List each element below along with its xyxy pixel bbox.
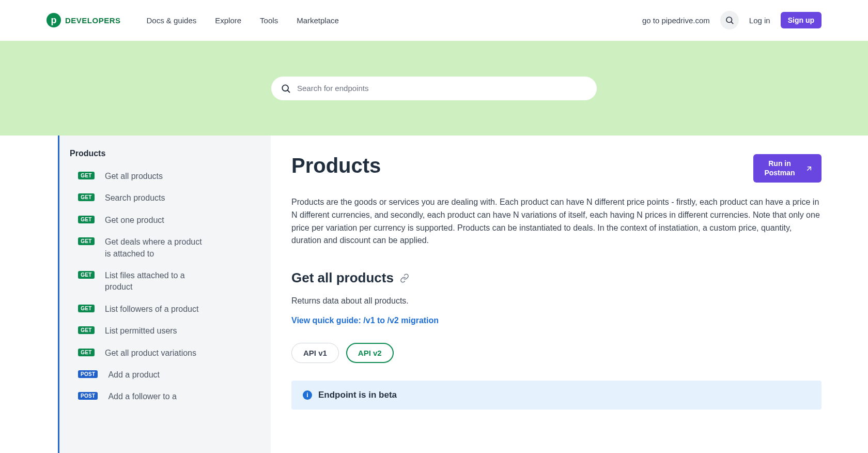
logo-text: DEVELOPERS [65, 16, 121, 25]
svg-line-4 [808, 167, 811, 170]
login-link[interactable]: Log in [749, 16, 770, 25]
method-badge: POST [78, 370, 98, 378]
section-title: Get all products [291, 270, 394, 286]
sidebar-item-label: Get all product variations [105, 348, 196, 359]
sidebar-item-label: Get all products [105, 171, 163, 182]
nav-explore[interactable]: Explore [215, 16, 241, 25]
sidebar-item-label: Get deals where a product is attached to [105, 236, 208, 260]
body: Products GET Get all products GET Search… [0, 135, 868, 453]
method-badge: GET [78, 193, 95, 201]
goto-pipedrive-link[interactable]: go to pipedrive.com [642, 16, 710, 25]
sidebar-item-get-one-product[interactable]: GET Get one product [70, 210, 260, 230]
sidebar-item-get-variations[interactable]: GET Get all product variations [70, 343, 260, 363]
sidebar-item-label: Add a follower to a [108, 391, 177, 402]
sidebar-title: Products [70, 149, 260, 158]
svg-line-3 [288, 90, 290, 92]
logo[interactable]: p DEVELOPERS [47, 13, 121, 27]
sidebar-item-get-deals[interactable]: GET Get deals where a product is attache… [70, 232, 260, 264]
method-badge: GET [78, 349, 95, 356]
sidebar-item-add-product[interactable]: POST Add a product [70, 365, 260, 385]
info-icon: i [303, 390, 312, 400]
method-badge: POST [78, 392, 98, 400]
nav-tools[interactable]: Tools [260, 16, 278, 25]
endpoint-search-bar[interactable] [271, 77, 597, 100]
method-badge: GET [78, 326, 95, 334]
hero-search [0, 41, 868, 135]
sidebar-item-label: List files attached to a product [105, 270, 208, 293]
sidebar-item-label: Search products [105, 192, 165, 204]
external-link-icon [805, 164, 813, 173]
sidebar-item-label: List followers of a product [105, 304, 198, 315]
sidebar-item-list-permitted[interactable]: GET List permitted users [70, 321, 260, 341]
sidebar-item-label: Get one product [105, 215, 164, 226]
header-left: p DEVELOPERS Docs & guides Explore Tools… [47, 13, 339, 27]
header: p DEVELOPERS Docs & guides Explore Tools… [0, 0, 868, 41]
method-badge: GET [78, 216, 95, 223]
search-input[interactable] [297, 84, 587, 93]
main-content: Products Run in Postman Products are the… [271, 135, 868, 453]
svg-line-1 [731, 22, 733, 23]
sidebar-item-label: List permitted users [105, 325, 177, 337]
sidebar-item-list-followers[interactable]: GET List followers of a product [70, 299, 260, 319]
section-description: Returns data about all products. [291, 296, 822, 306]
search-icon [281, 83, 291, 94]
title-row: Products Run in Postman [291, 154, 822, 183]
page-title: Products [291, 154, 381, 177]
beta-banner: i Endpoint is in beta [291, 381, 822, 410]
sidebar-list: GET Get all products GET Search products… [70, 167, 260, 407]
nav-docs[interactable]: Docs & guides [147, 16, 197, 25]
header-right: go to pipedrive.com Log in Sign up [642, 11, 822, 29]
search-icon [725, 16, 734, 25]
beta-text: Endpoint is in beta [318, 390, 397, 400]
tab-api-v1[interactable]: API v1 [291, 343, 339, 363]
signup-button[interactable]: Sign up [781, 12, 822, 28]
nav-marketplace[interactable]: Marketplace [297, 16, 339, 25]
sidebar: Products GET Get all products GET Search… [58, 135, 271, 453]
anchor-link-icon[interactable] [400, 274, 409, 283]
sidebar-item-get-all-products[interactable]: GET Get all products [70, 167, 260, 186]
method-badge: GET [78, 305, 95, 312]
logo-icon: p [47, 13, 61, 27]
sidebar-item-list-files[interactable]: GET List files attached to a product [70, 266, 260, 297]
run-in-postman-button[interactable]: Run in Postman [753, 154, 822, 183]
postman-label: Run in Postman [762, 159, 798, 177]
sidebar-item-label: Add a product [108, 369, 160, 381]
section-head: Get all products [291, 270, 822, 286]
api-version-tabs: API v1 API v2 [291, 343, 822, 363]
primary-nav: Docs & guides Explore Tools Marketplace [147, 16, 339, 25]
header-search-button[interactable] [720, 11, 739, 29]
page-description: Products are the goods or services you a… [291, 196, 822, 247]
sidebar-item-search-products[interactable]: GET Search products [70, 188, 260, 208]
migration-guide-link[interactable]: View quick guide: /v1 to /v2 migration [291, 316, 439, 325]
tab-api-v2[interactable]: API v2 [346, 343, 394, 363]
method-badge: GET [78, 271, 95, 279]
sidebar-item-add-follower[interactable]: POST Add a follower to a [70, 387, 260, 406]
method-badge: GET [78, 237, 95, 245]
method-badge: GET [78, 172, 95, 179]
